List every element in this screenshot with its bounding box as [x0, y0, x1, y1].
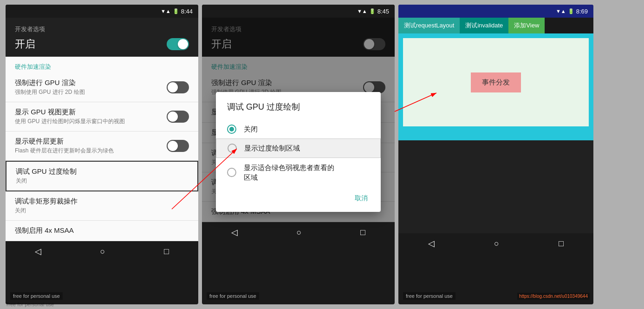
settings-item-text-3-left: 调试 GPU 过度绘制 关闭	[16, 167, 188, 185]
right-toolbar: 测试requestLayout 测试invalidate 添加View	[398, 18, 593, 33]
yellow-green-box: 事件分发	[403, 38, 589, 126]
dev-on-label-left: 开启	[15, 37, 35, 51]
middle-screen-area: 开发者选项 开启 硬件加速渲染 强制进行 GPU 渲染	[202, 18, 395, 222]
radio-1	[228, 144, 237, 153]
signal-icon-left: ▼▲	[161, 8, 171, 14]
signal-icon-middle: ▼▲	[357, 8, 367, 14]
settings-item-0-left[interactable]: 强制进行 GPU 渲染 强制使用 GPU 进行 2D 绘图	[6, 73, 198, 102]
settings-item-subtitle-2-left: Flash 硬件层在进行更新时会显示为绿色	[15, 147, 167, 155]
time-middle: 8:45	[377, 8, 389, 15]
settings-item-subtitle-1-left: 使用 GPU 进行绘图时闪烁显示窗口中的视图	[15, 118, 167, 125]
settings-item-value-3-left: 关闭	[16, 177, 188, 185]
watermark-right: free for personal use	[403, 292, 455, 300]
time-left: 8:44	[181, 8, 193, 15]
dialog-actions: 取消	[216, 187, 381, 208]
radio-inner-0	[229, 127, 234, 131]
settings-item-subtitle-0-left: 强制使用 GPU 进行 2D 绘图	[15, 88, 167, 96]
toggle-on-left[interactable]	[167, 38, 189, 50]
radio-2	[227, 168, 236, 177]
dialog-cancel-btn[interactable]: 取消	[349, 191, 373, 206]
settings-item-text-2-left: 显示硬件层更新 Flash 硬件层在进行更新时会显示为绿色	[15, 137, 167, 155]
back-icon-right[interactable]: ◁	[428, 238, 435, 249]
dialog-option-1[interactable]: 显示过度绘制区域	[216, 138, 381, 158]
toggle-knob-left	[178, 39, 188, 49]
settings-item-title-0-left: 强制进行 GPU 渲染	[15, 79, 167, 87]
settings-item-title-2-left: 显示硬件层更新	[15, 137, 167, 146]
phone-right: ▼▲ 🔋 8:69 测试requestLayout 测试invalidate 添…	[398, 5, 593, 304]
dialog-title: 调试 GPU 过度绘制	[216, 101, 381, 120]
test-request-layout-btn[interactable]: 测试requestLayout	[398, 18, 460, 33]
nav-bar-middle: ◁ ○ □	[202, 222, 395, 243]
settings-item-value-4-left: 关闭	[15, 207, 189, 215]
toggle-knob-2-left	[168, 141, 178, 151]
toggle-2-left[interactable]	[167, 140, 189, 152]
dialog-middle: 调试 GPU 过度绘制 关闭 显示过度绘制区域 显示适合绿色弱视患者查看的区域	[216, 92, 381, 212]
test-invalidate-btn[interactable]: 测试invalidate	[460, 18, 508, 33]
settings-item-1-left[interactable]: 显示 GPU 视图更新 使用 GPU 进行绘图时闪烁显示窗口中的视图	[6, 102, 198, 131]
dialog-option-label-1: 显示过度绘制区域	[244, 144, 300, 153]
battery-icon-right: 🔋	[568, 8, 574, 14]
settings-item-4-left[interactable]: 调试非矩形剪裁操作 关闭	[6, 191, 198, 221]
phone-middle: ▼▲ 🔋 8:45 开发者选项 开启	[202, 5, 395, 304]
status-icons-left: ▼▲ 🔋 8:44	[161, 8, 193, 15]
watermark-middle: free for personal use	[207, 292, 259, 300]
status-bar-right: ▼▲ 🔋 8:69	[398, 5, 593, 18]
settings-item-text-0-left: 强制进行 GPU 渲染 强制使用 GPU 进行 2D 绘图	[15, 79, 167, 96]
nav-bar-right: ◁ ○ □	[398, 233, 593, 254]
time-right: 8:69	[576, 8, 588, 15]
signal-icon-right: ▼▲	[556, 8, 566, 14]
main-container: ▼▲ 🔋 8:44 开发者选项 开启 硬件加速渲染	[0, 0, 644, 309]
phone-left: ▼▲ 🔋 8:44 开发者选项 开启 硬件加速渲染	[6, 5, 198, 304]
global-watermark: Tree for personal use	[6, 302, 54, 307]
settings-item-title-1-left: 显示 GPU 视图更新	[15, 108, 167, 117]
dialog-option-2[interactable]: 显示适合绿色弱视患者查看的区域	[216, 158, 381, 187]
nav-bar-left: ◁ ○ □	[6, 241, 198, 262]
settings-item-text-4-left: 调试非矩形剪裁操作 关闭	[15, 197, 189, 215]
settings-item-title-5-left: 强制启用 4x MSAA	[15, 226, 189, 235]
settings-item-text-1-left: 显示 GPU 视图更新 使用 GPU 进行绘图时闪烁显示窗口中的视图	[15, 108, 167, 125]
watermark-left: free for personal use	[10, 292, 63, 300]
recent-icon-left[interactable]: □	[164, 247, 169, 256]
back-icon-middle[interactable]: ◁	[231, 227, 238, 237]
recent-icon-middle[interactable]: □	[360, 228, 365, 237]
settings-item-title-4-left: 调试非矩形剪裁操作	[15, 197, 189, 206]
lower-dark-area	[398, 140, 593, 233]
toggle-knob-0-left	[168, 82, 178, 92]
settings-item-2-left[interactable]: 显示硬件层更新 Flash 硬件层在进行更新时会显示为绿色	[6, 131, 198, 161]
settings-item-title-3-left: 调试 GPU 过度绘制	[16, 167, 188, 176]
settings-item-text-5-left: 强制启用 4x MSAA	[15, 226, 189, 235]
dev-on-row-left: 开启	[15, 37, 189, 51]
csdn-link[interactable]: https://blog.csdn.net/u010349644	[517, 293, 590, 300]
toggle-knob-1-left	[168, 112, 178, 122]
section-header-left: 硬件加速渲染	[6, 57, 198, 73]
dev-title-left: 开发者选项	[15, 25, 189, 33]
dialog-option-label-0: 关闭	[244, 125, 258, 134]
canvas-area: 事件分发	[398, 33, 593, 140]
toggle-0-left[interactable]	[167, 81, 189, 93]
status-icons-right: ▼▲ 🔋 8:69	[556, 8, 588, 15]
radio-0	[227, 125, 236, 134]
home-icon-middle[interactable]: ○	[297, 228, 302, 237]
home-icon-left[interactable]: ○	[100, 247, 105, 256]
section-header-text-left: 硬件加速渲染	[15, 63, 51, 70]
event-dispatch-box: 事件分发	[471, 72, 521, 92]
settings-item-3-left[interactable]: 调试 GPU 过度绘制 关闭	[6, 161, 198, 191]
home-icon-right[interactable]: ○	[494, 239, 499, 249]
dialog-option-label-2: 显示适合绿色弱视患者查看的区域	[244, 163, 334, 182]
battery-icon-middle: 🔋	[369, 8, 376, 14]
back-icon-left[interactable]: ◁	[35, 246, 41, 256]
toggle-1-left[interactable]	[167, 111, 189, 123]
status-bar-left: ▼▲ 🔋 8:44	[6, 5, 198, 18]
battery-icon-left: 🔋	[173, 8, 179, 14]
status-icons-middle: ▼▲ 🔋 8:45	[357, 8, 389, 15]
screen-left: 开发者选项 开启 硬件加速渲染 强制进行 GPU 渲染 强制使用 GPU 进行 …	[6, 18, 198, 241]
dialog-option-0[interactable]: 关闭	[216, 120, 381, 138]
dev-header-left: 开发者选项 开启	[6, 18, 198, 57]
add-view-btn[interactable]: 添加View	[508, 18, 545, 33]
event-dispatch-label: 事件分发	[482, 78, 510, 86]
settings-item-5-left[interactable]: 强制启用 4x MSAA	[6, 221, 198, 241]
status-bar-middle: ▼▲ 🔋 8:45	[202, 5, 395, 18]
recent-icon-right[interactable]: □	[559, 239, 564, 249]
